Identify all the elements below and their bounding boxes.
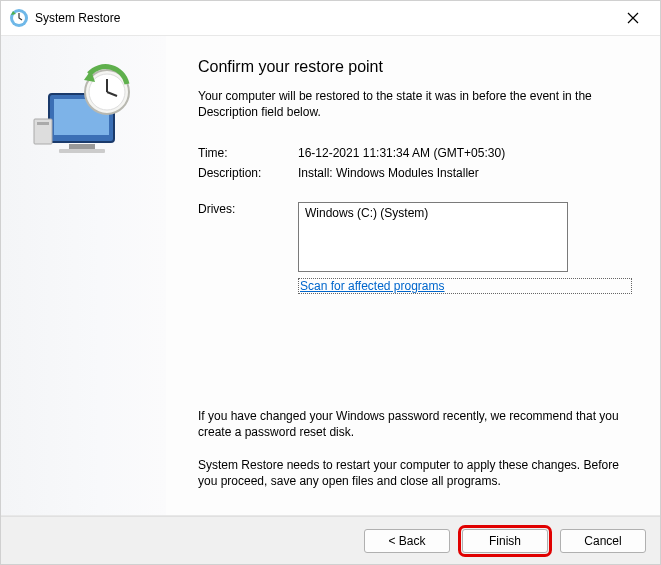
drives-row: Drives: Windows (C:) (System) [198, 202, 632, 272]
titlebar: System Restore [1, 1, 660, 35]
svg-rect-4 [69, 144, 95, 149]
time-value: 16-12-2021 11:31:34 AM (GMT+05:30) [298, 146, 632, 160]
cancel-button[interactable]: Cancel [560, 529, 646, 553]
dialog-body: Confirm your restore point Your computer… [1, 35, 660, 516]
svg-rect-5 [59, 149, 105, 153]
sidebar [1, 36, 166, 515]
window-title: System Restore [35, 11, 610, 25]
password-note: If you have changed your Windows passwor… [198, 408, 632, 440]
intro-text: Your computer will be restored to the st… [198, 88, 632, 120]
drives-listbox[interactable]: Windows (C:) (System) [298, 202, 568, 272]
drive-item: Windows (C:) (System) [305, 206, 561, 220]
footer: < Back Finish Cancel [1, 516, 660, 564]
finish-button[interactable]: Finish [462, 529, 548, 553]
back-button[interactable]: < Back [364, 529, 450, 553]
description-label: Description: [198, 166, 298, 180]
restart-note: System Restore needs to restart your com… [198, 457, 632, 489]
restore-graphic-icon [29, 64, 139, 164]
description-row: Description: Install: Windows Modules In… [198, 166, 632, 180]
system-restore-icon [9, 8, 29, 28]
close-button[interactable] [610, 3, 656, 33]
drives-label: Drives: [198, 202, 298, 272]
main-content: Confirm your restore point Your computer… [166, 36, 660, 515]
page-title: Confirm your restore point [198, 58, 632, 76]
description-value: Install: Windows Modules Installer [298, 166, 632, 180]
svg-rect-11 [37, 122, 49, 125]
scan-affected-programs-link[interactable]: Scan for affected programs [298, 278, 632, 294]
time-row: Time: 16-12-2021 11:31:34 AM (GMT+05:30) [198, 146, 632, 160]
time-label: Time: [198, 146, 298, 160]
